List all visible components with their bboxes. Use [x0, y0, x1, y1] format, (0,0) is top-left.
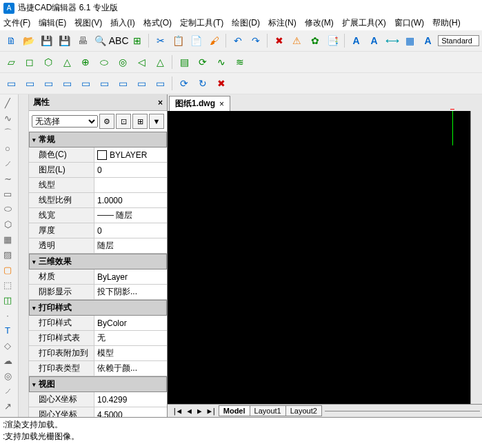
category-general[interactable]: ▾常规 [29, 132, 167, 147]
selection-combo[interactable]: 无选择 [32, 115, 98, 128]
xline-icon[interactable]: ⟋ [1, 384, 14, 398]
cylinder-icon[interactable]: ⬭ [96, 54, 112, 70]
sphere-icon[interactable]: ⊕ [77, 54, 94, 70]
menu-custom-tools[interactable]: 定制工具(T) [180, 17, 223, 29]
prop-thickness[interactable]: 厚度0 [29, 223, 167, 238]
layer7-icon[interactable]: ▭ [114, 75, 131, 92]
wedge-icon[interactable]: ◁ [133, 54, 150, 70]
sweep-icon[interactable]: ∿ [213, 54, 230, 70]
close-doc-icon[interactable]: ✖ [213, 75, 230, 92]
rotate-icon[interactable]: ↻ [194, 75, 211, 92]
prop-layer[interactable]: 图层(L)0 [29, 163, 167, 178]
prop-transparency[interactable]: 透明随层 [29, 238, 167, 254]
filter-icon[interactable]: ▼ [149, 114, 164, 129]
layer5-icon[interactable]: ▭ [77, 75, 94, 92]
new-icon[interactable]: 🗎 [3, 32, 19, 49]
menu-insert[interactable]: 插入(I) [110, 17, 134, 29]
circle-icon[interactable]: ○ [1, 141, 14, 155]
layout-nav-last-icon[interactable]: ▶| [205, 407, 219, 416]
undo-icon[interactable]: ↶ [230, 32, 245, 49]
layer1-icon[interactable]: ▭ [3, 75, 19, 92]
hatch-icon[interactable]: ▦ [1, 232, 14, 246]
ellipse-icon[interactable]: ⬭ [1, 202, 14, 216]
vertical-scrollbar[interactable] [470, 111, 482, 404]
layout-tab-2[interactable]: Layout2 [285, 405, 322, 416]
table-style-icon[interactable]: ▦ [402, 32, 418, 49]
block-icon[interactable]: ◫ [1, 293, 14, 307]
menu-view[interactable]: 视图(V) [74, 17, 102, 29]
prop-linetype[interactable]: 线型 [29, 178, 167, 193]
redo-icon[interactable]: ↷ [248, 32, 263, 49]
prop-ps-type[interactable]: 打印表类型依赖于颜... [29, 361, 167, 376]
dim-style-icon[interactable]: ⟷ [384, 32, 400, 49]
menu-help[interactable]: 帮助(H) [432, 17, 461, 29]
menu-window[interactable]: 窗口(W) [394, 17, 424, 29]
spline-icon[interactable]: ∼ [1, 172, 14, 185]
menu-file[interactable]: 文件(F) [3, 17, 30, 29]
prop-lt-scale[interactable]: 线型比例1.0000 [29, 193, 167, 208]
addon-icon[interactable]: ⊞ [129, 32, 145, 49]
rect-icon[interactable]: ▭ [1, 187, 14, 201]
polyline-icon[interactable]: ∿ [1, 111, 14, 125]
layer3-icon[interactable]: ▭ [40, 75, 57, 92]
prop-lineweight[interactable]: 线宽—— 随层 [29, 208, 167, 223]
revcloud-icon[interactable]: ☁ [1, 354, 14, 367]
layout-nav-next-icon[interactable]: ▶ [194, 407, 205, 416]
prop-ps-table[interactable]: 打印样式表无 [29, 331, 167, 346]
layout-tab-1[interactable]: Layout1 [250, 405, 286, 416]
paste-icon[interactable]: 📄 [188, 32, 204, 49]
textstyle-a1-icon[interactable]: A [348, 32, 364, 49]
polygon-icon[interactable]: ⬡ [1, 217, 14, 231]
panel-close-icon[interactable]: × [158, 98, 163, 108]
delete-icon[interactable]: ✖ [271, 32, 287, 49]
box-icon[interactable]: ▱ [3, 54, 19, 70]
style-combo[interactable]: Standard [438, 35, 479, 46]
cube-icon[interactable]: ◻ [21, 54, 38, 70]
prop-ps[interactable]: 打印样式ByColor [29, 316, 167, 331]
layout-nav-first-icon[interactable]: |◀ [170, 407, 184, 416]
extrude-icon[interactable]: ▤ [176, 54, 192, 70]
textstyle-a2-icon[interactable]: A [366, 32, 382, 49]
menu-annotate[interactable]: 标注(N) [268, 17, 297, 29]
region-icon[interactable]: ▢ [1, 263, 14, 276]
category-plot-style[interactable]: ▾打印样式 [29, 300, 167, 316]
drawing-canvas[interactable] [168, 111, 470, 404]
prop-material[interactable]: 材质ByLayer [29, 269, 167, 285]
prop-color[interactable]: 颜色(C)BYLAYER [29, 147, 167, 163]
cone-icon[interactable]: △ [59, 54, 75, 70]
prop-ps-attach[interactable]: 打印表附加到模型 [29, 346, 167, 361]
menu-edit[interactable]: 编辑(E) [39, 17, 66, 29]
tools-icon[interactable]: ✿ [307, 32, 323, 49]
arc-icon[interactable]: ⌒ [1, 126, 14, 140]
cube2-icon[interactable]: ⬡ [40, 54, 57, 70]
category-3d-effect[interactable]: ▾三维效果 [29, 254, 167, 269]
mtext-icon[interactable]: T [1, 323, 14, 337]
menu-draw[interactable]: 绘图(D) [232, 17, 260, 29]
layout-nav-prev-icon[interactable]: ◀ [184, 407, 194, 416]
layer2-icon[interactable]: ▭ [21, 75, 38, 92]
layout-tab-model[interactable]: Model [219, 405, 250, 416]
spellcheck-icon[interactable]: ABC [110, 32, 127, 49]
saveall-icon[interactable]: 💾 [57, 32, 72, 49]
layer4-icon[interactable]: ▭ [59, 75, 75, 92]
loft-icon[interactable]: ≋ [232, 54, 248, 70]
layer6-icon[interactable]: ▭ [96, 75, 112, 92]
menu-format[interactable]: 格式(O) [143, 17, 172, 29]
copy2-icon[interactable]: 📑 [325, 32, 341, 49]
revolve-icon[interactable]: ⟳ [194, 54, 211, 70]
pyramid-icon[interactable]: △ [152, 54, 168, 70]
pline-icon[interactable]: ⟋ [1, 156, 14, 170]
refresh-icon[interactable]: ⟳ [176, 75, 192, 92]
save-icon[interactable]: 💾 [39, 32, 54, 49]
donut-icon[interactable]: ◎ [1, 369, 14, 383]
pickadd-icon[interactable]: ⊞ [132, 114, 148, 129]
menu-ext-tools[interactable]: 扩展工具(X) [342, 17, 386, 29]
quick-select-icon[interactable]: ⚙ [99, 114, 114, 129]
prop-center-y[interactable]: 圆心Y坐标4.5000 [29, 407, 167, 417]
warning-icon[interactable]: ⚠ [289, 32, 305, 49]
torus-icon[interactable]: ◎ [114, 54, 131, 70]
text-icon[interactable]: ⬚ [1, 278, 14, 292]
category-view[interactable]: ▾视图 [29, 376, 167, 392]
layer9-icon[interactable]: ▭ [152, 75, 168, 92]
cut-icon[interactable]: ✂ [152, 32, 168, 49]
